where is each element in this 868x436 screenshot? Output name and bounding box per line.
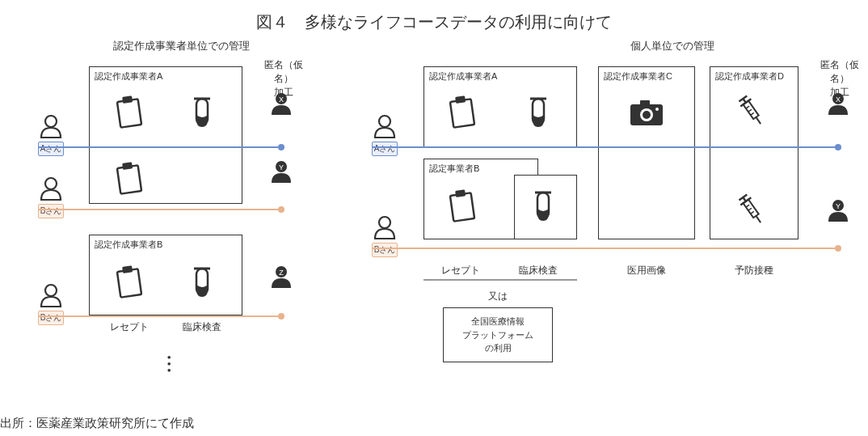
person-icon: [41, 116, 61, 138]
clipboard-icon: [117, 95, 141, 127]
clipboard-icon: [117, 162, 141, 193]
anon-person-y: Y: [272, 161, 291, 183]
anon-person-z: Z: [272, 266, 291, 288]
person-icon: [41, 178, 61, 200]
clipboard-icon: [117, 265, 141, 297]
svg-point-21: [278, 313, 284, 320]
svg-point-23: [835, 245, 841, 252]
svg-point-22: [835, 144, 841, 150]
camera-icon: [630, 100, 663, 125]
testtube-icon: [535, 193, 551, 221]
diagram-canvas: X Y Z X Y: [0, 0, 868, 436]
person-icon: [41, 285, 61, 307]
svg-point-20: [278, 206, 284, 213]
clipboard-icon: [450, 95, 474, 127]
testtube-icon: [194, 99, 210, 127]
svg-text:Z: Z: [279, 269, 284, 277]
clipboard-icon: [450, 189, 474, 221]
syringe-icon: [738, 193, 766, 226]
svg-point-19: [278, 144, 284, 150]
svg-text:X: X: [836, 95, 841, 104]
anon-person-y-r: Y: [828, 200, 848, 222]
testtube-icon: [194, 269, 210, 297]
svg-text:X: X: [279, 95, 284, 104]
svg-text:Y: Y: [836, 202, 841, 210]
testtube-icon: [530, 99, 546, 127]
person-icon: [375, 116, 394, 138]
anon-person-x-r: X: [828, 93, 848, 115]
svg-text:Y: Y: [279, 163, 284, 171]
syringe-icon: [738, 95, 766, 127]
person-icon: [375, 217, 394, 239]
anon-person-x: X: [272, 93, 291, 115]
